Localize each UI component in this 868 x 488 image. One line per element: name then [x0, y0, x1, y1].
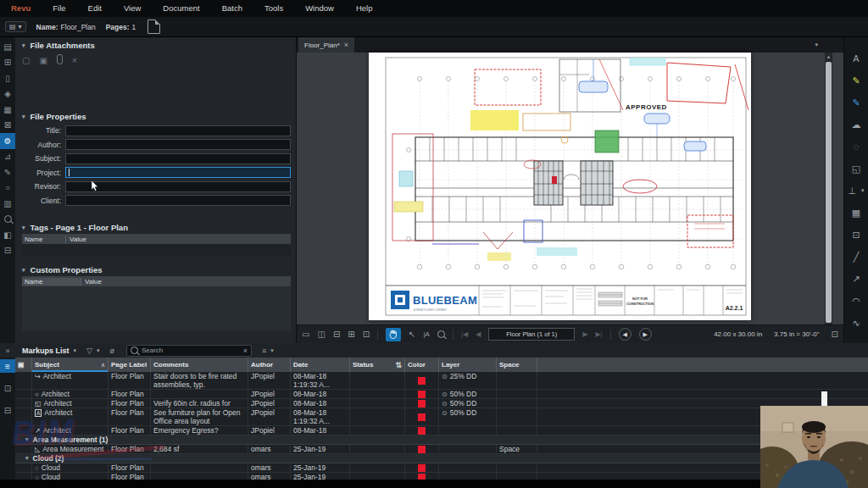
select-tool-icon[interactable]: ↖ — [409, 330, 415, 339]
file-properties-header[interactable]: ▾ File Properties — [22, 112, 86, 121]
tags-empty-row[interactable] — [22, 244, 291, 256]
shapes-tab[interactable]: ○ — [0, 180, 15, 197]
text-box-tool-button[interactable]: A — [844, 47, 868, 69]
page-indicator[interactable]: Floor Plan (1 of 1) — [488, 328, 575, 341]
signatures-tab[interactable]: ✎ — [0, 164, 15, 180]
field-input-project[interactable] — [65, 167, 291, 178]
expand-panel-icon[interactable]: » — [0, 347, 15, 355]
markup-row[interactable]: ◱ArchitectFloor PlanVerify 60in clr. rad… — [15, 399, 868, 408]
chevron-down-icon[interactable]: ▾ — [74, 347, 77, 354]
blue-label-markup-1[interactable] — [644, 114, 670, 124]
select-text-tool-icon[interactable]: |A — [423, 330, 429, 338]
col-header-layer[interactable]: Layer — [439, 358, 497, 372]
field-input-revisor[interactable] — [65, 181, 291, 192]
attach-open-button[interactable]: ▢ — [22, 56, 30, 65]
menu-tools[interactable]: Tools — [253, 0, 294, 17]
paperclip-button[interactable] — [57, 54, 63, 66]
file-access-tab[interactable]: ⊟ — [0, 403, 15, 417]
orange-rect-markup[interactable] — [523, 114, 570, 130]
arrow-tool-button[interactable]: ↗ — [844, 268, 868, 290]
arc-tool-button[interactable]: ◠ — [844, 290, 868, 312]
menu-help[interactable]: Help — [345, 0, 384, 17]
markup-row[interactable]: ◌CloudFloor Planomars25-Jan-19 5:04:01 P… — [15, 463, 868, 473]
red-line-markup[interactable] — [735, 64, 748, 110]
single-page-icon[interactable]: ▭ — [302, 330, 309, 339]
highlighter-tool-button[interactable]: ✎ — [844, 69, 868, 92]
color-swatch[interactable] — [418, 464, 426, 472]
line-tool-button[interactable]: ╱ — [844, 246, 868, 268]
split-horizontal-icon[interactable]: ⊟ — [333, 330, 340, 339]
print-tab[interactable]: ▥ — [0, 196, 15, 212]
polygon-cloud-tool-button[interactable]: ◌ — [844, 136, 868, 158]
blue-label-markup-2[interactable] — [684, 141, 706, 151]
group-row-areameasurement1[interactable]: ▾Area Measurement (1) — [15, 435, 868, 445]
sort-filter-icon[interactable]: ⇅ — [395, 361, 402, 369]
menu-window[interactable]: Window — [294, 0, 345, 17]
red-cloud-markup-1[interactable] — [475, 69, 541, 105]
markup-row[interactable]: ↪ArchitectFloor PlanStair doors to be fi… — [15, 372, 868, 390]
fit-page-icon[interactable]: ⊡ — [832, 330, 838, 339]
yellow-note-left[interactable] — [394, 202, 423, 212]
layer-visible-icon[interactable]: ⊙ — [442, 400, 448, 408]
green-room-markup[interactable] — [595, 130, 619, 152]
callout-tool-button[interactable]: ◱ — [844, 158, 868, 180]
floor-plan-page[interactable]: APPROVED — [369, 53, 751, 320]
tab-floor-plan[interactable]: Floor_Plan* × — [298, 37, 354, 53]
pen-tool-button[interactable]: ✎ — [844, 92, 868, 114]
cyan-room-left[interactable] — [399, 171, 413, 186]
color-swatch[interactable] — [418, 413, 426, 421]
menu-batch[interactable]: Batch — [211, 0, 253, 17]
field-input-subject[interactable] — [65, 153, 291, 164]
properties-tab[interactable]: ⚙ — [0, 133, 15, 149]
pan-tool-button[interactable] — [386, 328, 401, 341]
polyline-tool-button[interactable]: ∿ — [844, 312, 868, 334]
col-header-space[interactable]: Space — [497, 358, 537, 372]
split-vertical-icon[interactable]: ⊞ — [348, 330, 354, 339]
group-row-cloud2[interactable]: ▾Cloud (2) — [15, 454, 868, 463]
markup-row[interactable]: ↗ArchitectFloor PlanEmergency Egress?JPo… — [15, 426, 868, 435]
forms-tab[interactable]: ⊟ — [0, 243, 15, 259]
snapshot-tool-button[interactable]: ⊡ — [844, 224, 868, 246]
menu-revu[interactable]: Revu — [0, 0, 42, 17]
zoom-tool-icon[interactable] — [437, 330, 445, 338]
next-view-button[interactable]: ▶ — [639, 328, 652, 341]
new-page-icon[interactable] — [147, 19, 160, 34]
measurements-tab[interactable]: ⊿ — [0, 149, 15, 165]
stamp-tool-button[interactable]: ⊥▾ — [844, 180, 868, 202]
two-page-icon[interactable]: ◫ — [317, 330, 325, 339]
color-swatch[interactable] — [418, 427, 426, 435]
menu-view[interactable]: View — [113, 0, 152, 17]
markup-row[interactable]: ○ArchitectFloor PlanJPopiel08-Mar-18 1:1… — [15, 390, 868, 399]
image-tool-button[interactable]: ▦ — [844, 202, 868, 224]
links-tab[interactable]: ⊠ — [0, 118, 15, 134]
chevron-down-icon[interactable]: ▾ — [25, 436, 29, 443]
col-header-color[interactable]: Color — [405, 358, 439, 372]
field-input-author[interactable] — [65, 139, 291, 150]
custom-properties-header[interactable]: ▾ Custom Properties — [22, 265, 103, 274]
hide-markups-icon[interactable]: ø — [109, 347, 114, 355]
cyan-note-bottom[interactable] — [537, 247, 577, 256]
markup-row[interactable]: AArchitectFloor PlanSee furniture plan f… — [15, 408, 868, 426]
markups-list-title[interactable]: Markups List — [22, 347, 70, 355]
sync-views-icon[interactable]: ⊡ — [363, 330, 370, 339]
menu-file[interactable]: File — [42, 0, 76, 17]
red-polygon-markup[interactable] — [667, 63, 731, 103]
cloud-tool-button[interactable]: ☁ — [844, 114, 868, 136]
col-header-comments[interactable]: Comments — [151, 358, 248, 372]
col-header-status[interactable]: Status⇅ — [350, 358, 405, 372]
menu-edit[interactable]: Edit — [77, 0, 113, 17]
filter-icon[interactable]: ▽ — [86, 347, 92, 355]
red-ellipse-markup-1[interactable] — [623, 180, 657, 193]
markups-search-box[interactable]: Search × — [126, 345, 252, 357]
columns-menu-icon[interactable]: ≡ — [262, 347, 266, 355]
markup-row[interactable]: ◺Area MeasurementFloor Plan2,684 sfomars… — [15, 445, 868, 454]
chevron-down-icon[interactable]: ▾ — [270, 347, 274, 354]
select-all-icon[interactable]: ▣ — [18, 361, 25, 369]
cp-empty-area[interactable] — [22, 286, 291, 330]
clear-search-icon[interactable]: × — [243, 347, 248, 355]
tab-list-chevron-icon[interactable]: ▾ — [815, 42, 818, 48]
col-header-select[interactable]: ▣ — [15, 358, 32, 372]
scroll-up-icon[interactable]: ▲ — [825, 53, 832, 61]
file-attachments-header[interactable]: ▾ File Attachments — [22, 41, 95, 50]
col-header-page-label[interactable]: Page Label — [108, 358, 151, 372]
